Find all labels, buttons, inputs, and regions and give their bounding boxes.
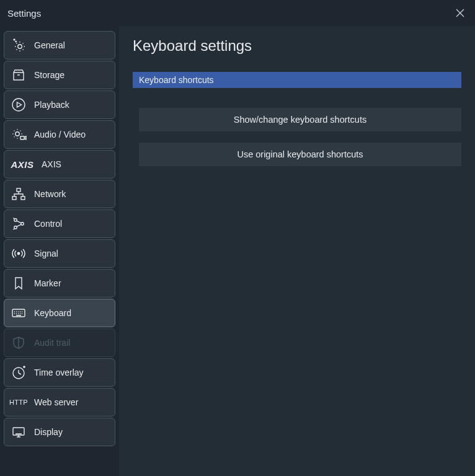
content-panel: Keyboard settings Keyboard shortcuts Sho…: [119, 26, 475, 476]
sidebar-item-axis[interactable]: AXIS AXIS: [4, 150, 115, 178]
sidebar-item-network[interactable]: Network: [4, 180, 115, 208]
clock-plus-icon: [9, 363, 28, 382]
http-text: HTTP: [9, 399, 28, 406]
page-title: Keyboard settings: [133, 37, 461, 55]
shield-icon: [9, 333, 28, 352]
sidebar-item-signal[interactable]: Signal: [4, 239, 115, 268]
svg-rect-5: [12, 196, 16, 200]
play-icon: [9, 95, 28, 114]
sidebar-item-display[interactable]: Display: [4, 418, 115, 446]
svg-point-2: [16, 132, 19, 136]
http-icon: HTTP: [9, 393, 28, 412]
sidebar-item-general[interactable]: General: [4, 31, 115, 60]
close-button[interactable]: [453, 6, 468, 20]
window-title: Settings: [7, 8, 41, 19]
sidebar-item-label: Keyboard: [34, 308, 71, 318]
sidebar-item-label: Audit trail: [34, 338, 70, 348]
sidebar-item-playback[interactable]: Playback: [4, 90, 115, 119]
sidebar-item-storage[interactable]: Storage: [4, 61, 115, 89]
sidebar-item-control[interactable]: Control: [4, 209, 115, 238]
control-nodes-icon: [9, 214, 28, 233]
sidebar-item-label: Playback: [34, 100, 69, 110]
sidebar: General Storage Playback: [0, 26, 119, 476]
sidebar-item-label: Control: [34, 219, 62, 229]
svg-rect-3: [20, 136, 24, 139]
svg-point-7: [14, 219, 17, 221]
svg-rect-6: [21, 196, 25, 200]
sidebar-item-label: General: [34, 40, 65, 50]
svg-point-9: [14, 226, 17, 229]
sidebar-item-web-server[interactable]: HTTP Web server: [4, 388, 115, 416]
sidebar-item-label: AXIS: [42, 159, 61, 169]
sidebar-item-marker[interactable]: Marker: [4, 269, 115, 298]
sidebar-item-audit-trail: Audit trail: [4, 328, 115, 357]
close-icon: [456, 9, 464, 17]
gear-sparkle-icon: [9, 36, 28, 55]
bookmark-icon: [9, 274, 28, 293]
sidebar-item-label: Web server: [34, 397, 78, 407]
sidebar-item-audio-video[interactable]: Audio / Video: [4, 120, 115, 149]
sidebar-item-label: Marker: [34, 278, 61, 288]
sidebar-item-keyboard[interactable]: Keyboard: [4, 299, 115, 327]
signal-icon: [9, 244, 28, 263]
svg-point-10: [17, 252, 19, 254]
storage-box-icon: [9, 66, 28, 84]
display-icon: [9, 423, 28, 441]
sidebar-item-time-overlay[interactable]: Time overlay: [4, 358, 115, 387]
network-icon: [9, 185, 28, 203]
show-change-shortcuts-button[interactable]: Show/change keyboard shortcuts: [139, 108, 461, 131]
keyboard-icon: [9, 304, 28, 322]
svg-rect-4: [17, 188, 20, 192]
use-original-shortcuts-button[interactable]: Use original keyboard shortcuts: [139, 143, 461, 166]
svg-point-0: [18, 45, 22, 48]
svg-point-8: [21, 223, 24, 225]
sidebar-item-label: Storage: [34, 70, 64, 80]
sidebar-item-label: Network: [34, 189, 66, 199]
axis-logo-icon: AXIS: [9, 155, 35, 174]
titlebar: Settings: [0, 0, 475, 26]
gear-camera-icon: [9, 125, 28, 144]
section-header: Keyboard shortcuts: [133, 72, 461, 88]
svg-point-1: [12, 99, 25, 111]
sidebar-item-label: Audio / Video: [34, 130, 86, 139]
sidebar-item-label: Display: [34, 427, 63, 437]
sidebar-item-label: Signal: [34, 249, 58, 258]
main-area: General Storage Playback: [0, 26, 475, 476]
sidebar-item-label: Time overlay: [34, 368, 84, 377]
